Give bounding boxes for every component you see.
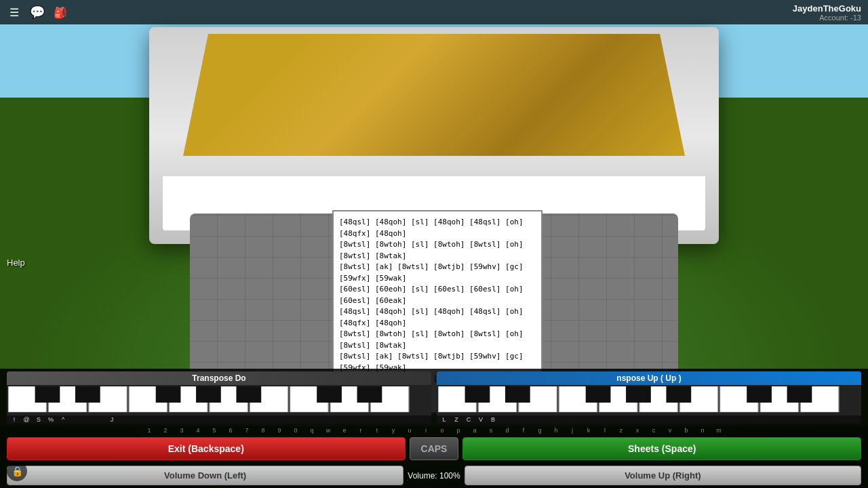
hamburger-menu-icon[interactable]: ☰ (7, 5, 22, 20)
key-r: r (353, 427, 369, 434)
top-bar-left: ☰ 💬 🎒 (0, 5, 68, 20)
svg-rect-32 (747, 386, 772, 403)
key-p: p (450, 427, 467, 434)
username-display: JaydenTheGoku (793, 3, 861, 14)
transpose-right-panel: nspose Up ( Up ) (437, 371, 861, 424)
key-k: k (580, 427, 597, 434)
key-y: y (385, 427, 401, 434)
transpose-right-header[interactable]: nspose Up ( Up ) (437, 371, 861, 385)
top-bar: ☰ 💬 🎒 JaydenTheGoku Account: -13 (0, 0, 868, 24)
key-empty2 (81, 416, 94, 423)
transpose-left-keys (7, 385, 431, 415)
num-key-2: 2 (157, 427, 174, 434)
svg-rect-29 (586, 386, 611, 403)
key-q: q (304, 427, 320, 434)
transpose-right-letter-keys: L Z C V B (437, 415, 861, 424)
num-key-0: 0 (288, 427, 304, 434)
num-key-1: 1 (141, 427, 157, 434)
svg-rect-11 (75, 386, 100, 403)
transpose-left-header[interactable]: Transpose Do (7, 371, 431, 385)
help-label: Help (7, 258, 25, 268)
key-at: @ (20, 416, 33, 423)
key-i: i (418, 427, 434, 434)
key-c2: c (646, 427, 662, 434)
key-v2: v (662, 427, 678, 434)
top-bar-right: JaydenTheGoku Account: -13 (793, 3, 868, 22)
svg-rect-15 (317, 386, 342, 403)
key-empty3 (94, 416, 106, 423)
key-a: a (467, 427, 483, 434)
key-b2: b (678, 427, 694, 434)
transpose-right-keys (437, 385, 861, 415)
num-key-4: 4 (190, 427, 206, 434)
key-b: B (487, 416, 499, 423)
key-c: C (462, 416, 475, 423)
caps-button[interactable]: CAPS (410, 437, 459, 460)
svg-rect-14 (236, 386, 261, 403)
chat-icon[interactable]: 💬 (30, 5, 45, 20)
num-key-6: 6 (222, 427, 239, 434)
key-m: m (711, 427, 727, 434)
key-h: h (548, 427, 564, 434)
key-w: w (320, 427, 336, 434)
account-label: Account: (819, 14, 848, 22)
lock-icon[interactable]: 🔒 (7, 461, 27, 481)
num-key-8: 8 (255, 427, 271, 434)
svg-rect-33 (787, 386, 812, 403)
key-o: o (434, 427, 450, 434)
key-s: S (33, 416, 45, 423)
exit-button[interactable]: Exit (Backspace) (7, 437, 406, 460)
sheets-button[interactable]: Sheets (Space) (462, 437, 861, 460)
svg-rect-27 (465, 386, 490, 403)
key-empty1 (69, 416, 81, 423)
transpose-left-label: Transpose Do (192, 373, 245, 383)
key-d: d (499, 427, 515, 434)
key-n: n (694, 427, 711, 434)
backpack-icon[interactable]: 🎒 (53, 5, 68, 20)
key-u: u (401, 427, 418, 434)
key-percent: % (45, 416, 57, 423)
key-z2: z (613, 427, 629, 434)
transpose-right-label: nspose Up ( Up ) (616, 373, 681, 383)
full-keyboard-row: 1 2 3 4 5 6 7 8 9 0 q w e r t y u i o p … (0, 426, 868, 434)
num-key-7: 7 (239, 427, 255, 434)
key-caret: ^ (57, 416, 69, 423)
key-e: e (336, 427, 353, 434)
svg-rect-13 (196, 386, 221, 403)
key-g: g (532, 427, 548, 434)
svg-rect-28 (505, 386, 530, 403)
svg-rect-10 (35, 386, 60, 403)
account-value: -13 (850, 14, 861, 22)
key-v: V (475, 416, 487, 423)
key-s2: s (483, 427, 499, 434)
key-j2: j (564, 427, 580, 434)
volume-up-button[interactable]: Volume Up (Right) (465, 466, 861, 485)
svg-rect-12 (156, 386, 181, 403)
key-l2: l (597, 427, 613, 434)
num-key-5: 5 (206, 427, 222, 434)
key-j: J (106, 416, 118, 423)
key-exclamation: ! (8, 416, 20, 423)
account-info: Account: -13 (793, 14, 861, 22)
sheet-music-text: [48qsl] [48qoh] [sl] [48qoh] [48qsl] [oh… (339, 218, 528, 394)
svg-rect-31 (666, 386, 691, 403)
num-key-9: 9 (271, 427, 288, 434)
svg-rect-16 (357, 386, 382, 403)
volume-indicator: Volume: 100% (408, 471, 460, 481)
key-z: Z (450, 416, 462, 423)
volume-down-button[interactable]: Volume Down (Left) (7, 466, 403, 485)
transpose-left-panel: Transpose Do (7, 371, 431, 424)
key-f: f (515, 427, 532, 434)
transpose-left-letter-keys: ! @ S % ^ J (7, 415, 431, 424)
piano-lid (183, 34, 685, 156)
action-buttons-row: Exit (Backspace) CAPS Sheets (Space) (0, 434, 868, 463)
key-t: t (369, 427, 385, 434)
key-l: L (438, 416, 450, 423)
svg-rect-30 (626, 386, 651, 403)
key-x: x (629, 427, 646, 434)
keyboard-display-area: Transpose Do (0, 369, 868, 426)
num-key-3: 3 (174, 427, 190, 434)
volume-buttons-row: Volume Down (Left) Volume: 100% Volume U… (0, 463, 868, 488)
bottom-panel: Transpose Do (0, 369, 868, 488)
